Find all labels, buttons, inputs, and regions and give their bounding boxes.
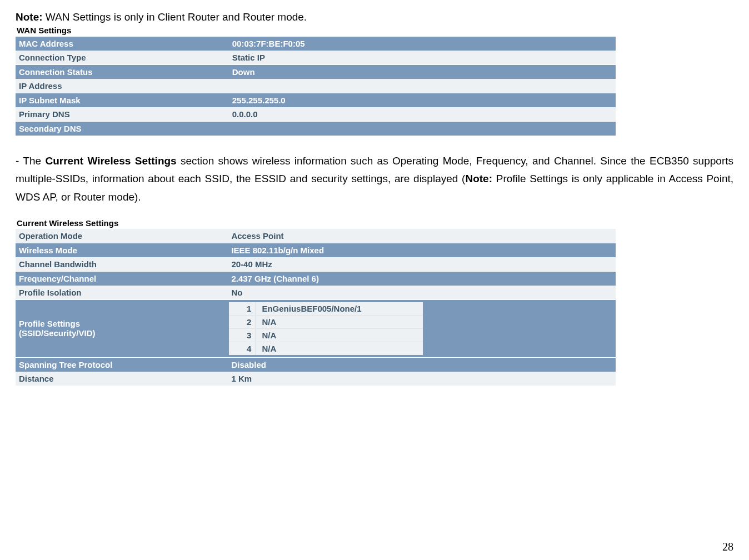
list-item: 3N/A: [229, 329, 423, 342]
profile-val: N/A: [256, 329, 423, 342]
wan-settings-title: WAN Settings: [17, 26, 733, 35]
table-row: Profile Settings (SSID/Security/VID) 1En…: [16, 299, 616, 357]
row-label: Frequency/Channel: [16, 271, 228, 286]
profile-list: 1EnGeniusBEF005/None/1 2N/A 3N/A 4N/A: [229, 302, 423, 355]
wan-settings-table: MAC Address00:03:7F:BE:F0:05 Connection …: [16, 36, 616, 136]
profile-settings-label: Profile Settings (SSID/Security/VID): [16, 299, 228, 357]
row-label: Connection Type: [16, 51, 229, 65]
row-label: IP Subnet Mask: [16, 93, 229, 108]
row-value: IEEE 802.11b/g/n Mixed: [228, 243, 616, 257]
row-label: Operation Mode: [16, 229, 228, 243]
row-label: Profile Isolation: [16, 286, 228, 300]
profile-label-l2: (SSID/Security/VID): [19, 328, 96, 338]
profile-idx: 2: [229, 316, 256, 328]
table-row: MAC Address00:03:7F:BE:F0:05: [16, 37, 616, 51]
row-value: 00:03:7F:BE:F0:05: [229, 37, 616, 51]
row-value: Down: [229, 65, 616, 79]
row-label: Channel Bandwidth: [16, 257, 228, 272]
table-row: Secondary DNS: [16, 122, 616, 136]
table-row: IP Address: [16, 79, 616, 93]
row-label: Primary DNS: [16, 107, 229, 122]
profile-settings-value: 1EnGeniusBEF005/None/1 2N/A 3N/A 4N/A: [228, 299, 616, 357]
list-item: 4N/A: [229, 342, 423, 355]
row-value: 20-40 MHz: [228, 257, 616, 272]
table-row: Frequency/Channel2.437 GHz (Channel 6): [16, 271, 616, 286]
list-item: 1EnGeniusBEF005/None/1: [229, 302, 423, 316]
table-row: Distance1 Km: [16, 372, 616, 386]
profile-idx: 3: [229, 329, 256, 342]
table-row: Operation ModeAccess Point: [16, 229, 616, 243]
note-prefix: Note:: [16, 11, 43, 23]
row-value: Access Point: [228, 229, 616, 243]
table-row: Spanning Tree ProtocolDisabled: [16, 357, 616, 372]
row-value: 255.255.255.0: [229, 93, 616, 108]
profile-val: N/A: [256, 316, 423, 328]
para-bold2: Note:: [465, 173, 492, 184]
table-row: Channel Bandwidth20-40 MHz: [16, 257, 616, 272]
row-value: 1 Km: [228, 372, 616, 386]
profile-val: N/A: [256, 342, 423, 355]
wan-note: Note: WAN Settings is only in Client Rou…: [16, 11, 733, 23]
row-label: Secondary DNS: [16, 122, 229, 136]
wireless-settings-title: Current Wireless Settings: [17, 218, 733, 228]
para-bold1: Current Wireless Settings: [45, 155, 176, 167]
row-value: No: [228, 286, 616, 300]
row-label: Wireless Mode: [16, 243, 228, 257]
row-value: Disabled: [228, 357, 616, 372]
row-value: 0.0.0.0: [229, 107, 616, 122]
profile-idx: 1: [229, 302, 256, 315]
profile-val: EnGeniusBEF005/None/1: [256, 302, 423, 315]
row-label: Connection Status: [16, 65, 229, 79]
row-value: [229, 79, 616, 93]
list-item: 2N/A: [229, 316, 423, 329]
row-label: Spanning Tree Protocol: [16, 357, 228, 372]
table-row: Connection StatusDown: [16, 65, 616, 79]
table-row: Connection TypeStatic IP: [16, 51, 616, 65]
row-value: Static IP: [229, 51, 616, 65]
profile-label-l1: Profile Settings: [19, 319, 80, 328]
wireless-paragraph: - The Current Wireless Settings section …: [16, 152, 733, 206]
row-value: 2.437 GHz (Channel 6): [228, 271, 616, 286]
row-label: IP Address: [16, 79, 229, 93]
table-row: Primary DNS0.0.0.0: [16, 107, 616, 122]
table-row: IP Subnet Mask255.255.255.0: [16, 93, 616, 108]
row-value: [229, 122, 616, 136]
table-row: Wireless ModeIEEE 802.11b/g/n Mixed: [16, 243, 616, 257]
row-label: MAC Address: [16, 37, 229, 51]
wireless-settings-table: Operation ModeAccess Point Wireless Mode…: [16, 229, 616, 386]
profile-idx: 4: [229, 342, 256, 355]
para-lead: - The: [16, 155, 45, 167]
table-row: Profile IsolationNo: [16, 286, 616, 300]
note-text: WAN Settings is only in Client Router an…: [43, 11, 307, 23]
row-label: Distance: [16, 372, 228, 386]
